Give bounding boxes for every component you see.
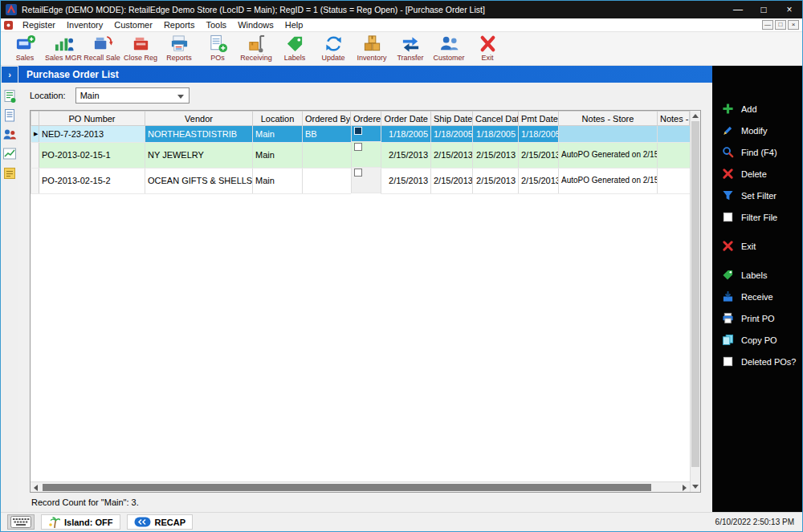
col-pmt-date[interactable]: Pmt Date [519,112,559,126]
document-shortcut-icon[interactable] [2,108,17,123]
col-ordered[interactable]: Ordered [351,112,381,126]
table-row[interactable]: PO-2013-02-15-2 OCEAN GIFTS & SHELLS Mai… [31,168,690,193]
toolbar-pos[interactable]: POs [198,32,237,62]
toolbar-close-reg[interactable]: Close Reg [121,32,160,62]
toolbar-reports[interactable]: Reports [160,32,198,62]
cell-notes-vendor [658,142,690,168]
cell-pmt-date: 2/15/2013 [519,142,559,168]
menu-help[interactable]: Help [279,18,309,32]
toolbar-customer[interactable]: Customer [430,32,468,62]
recap-button[interactable]: RECAP [127,514,194,530]
cell-notes-store [559,126,658,143]
vertical-scrollbar[interactable] [690,111,700,492]
mdi-minimize-button[interactable]: — [762,20,773,30]
expand-panel-button[interactable]: › [2,67,18,83]
toolbar-recall-sale[interactable]: Recall Sale [83,32,121,62]
menu-register[interactable]: Register [17,18,61,32]
exit-button[interactable]: Exit [712,235,802,257]
cell-ordered-by [303,142,351,168]
vertical-scroll-thumb[interactable] [691,121,699,467]
receive-button[interactable]: Receive [712,286,802,307]
toolbar-sales[interactable]: Sales [6,32,44,62]
set-filter-button[interactable]: Set Filter [712,185,802,206]
close-button[interactable]: × [777,1,802,18]
reports-icon [169,34,190,54]
main-area: › Purchase Order List Location: Main [1,66,802,512]
scroll-left-arrow-icon[interactable] [34,485,38,491]
toolbar-receiving-label: Receiving [240,54,272,62]
island-toggle-button[interactable]: Island: OFF [41,514,120,530]
inventory-icon [361,34,383,54]
add-button[interactable]: Add [712,98,802,120]
col-notes-vendor[interactable]: Notes - Ve [658,112,690,126]
toolbar-exit-label: Exit [481,54,493,62]
location-dropdown[interactable]: Main [75,87,190,104]
mdi-restore-button[interactable]: □ [775,20,786,30]
ordered-checkbox[interactable] [354,127,362,135]
toolbar-labels[interactable]: Labels [275,32,314,62]
scroll-up-arrow-icon[interactable] [691,111,700,121]
mdi-close-button[interactable]: × [788,20,799,30]
palm-tree-icon [48,516,60,529]
update-icon [323,34,344,54]
filter-icon [722,189,734,201]
table-row[interactable]: PO-2013-02-15-1 NY JEWELRY Main 2/15/201… [31,142,690,168]
menu-windows[interactable]: Windows [232,18,279,32]
cell-ordered-by [303,168,351,193]
copy-po-button[interactable]: Copy PO [712,329,802,351]
app-window: RetailEdge (DEMO MODE): RetailEdge Demo … [0,0,803,532]
col-notes-store[interactable]: Notes - Store [559,112,658,126]
toolbar-update[interactable]: Update [314,32,353,62]
toolbar-transfer[interactable]: Transfer [391,32,430,62]
ordered-checkbox[interactable] [354,143,362,151]
cell-order-date: 1/18/2005 [381,126,431,143]
menu-customer[interactable]: Customer [108,18,158,32]
col-cancel-date[interactable]: Cancel Date [473,112,519,126]
notes-shortcut-icon[interactable] [2,166,17,181]
col-ordered-by[interactable]: Ordered By [303,112,351,126]
menu-tools[interactable]: Tools [200,18,232,32]
filter-file-button[interactable]: Filter File [712,206,802,228]
island-toggle-label: Island: OFF [64,518,113,527]
chart-shortcut-icon[interactable] [2,147,17,161]
delete-button[interactable]: Delete [712,163,802,185]
maximize-button[interactable]: □ [751,1,777,18]
menu-inventory[interactable]: Inventory [61,18,108,32]
horizontal-scroll-thumb[interactable] [43,484,651,491]
ordered-checkbox[interactable] [354,169,362,177]
po-table: PO Number Vendor Location Ordered By Ord… [31,111,690,194]
cell-vendor: NORTHEASTDISTRIB [145,126,253,143]
toolbar-reports-label: Reports [166,54,192,62]
print-icon [722,312,734,324]
toolbar-labels-label: Labels [284,54,306,62]
modify-button[interactable]: Modify [712,120,802,141]
col-vendor[interactable]: Vendor [145,112,253,126]
cell-vendor: NY JEWELRY [145,142,253,168]
find-button[interactable]: Find (F4) [712,141,802,163]
toolbar-receiving[interactable]: Receiving [237,32,275,62]
deleted-pos-button[interactable]: Deleted POs? [712,351,802,372]
child-window-icon[interactable] [4,21,13,30]
find-icon [722,146,734,158]
table-row[interactable]: ▶ NED-7-23-2013 NORTHEASTDISTRIB Main BB… [31,126,690,143]
col-po-number[interactable]: PO Number [39,112,145,126]
scroll-right-arrow-icon[interactable] [683,485,687,491]
horizontal-scrollbar[interactable] [31,481,690,492]
menu-reports[interactable]: Reports [158,18,201,32]
scroll-down-arrow-icon[interactable] [691,481,700,492]
keyboard-button[interactable] [7,514,35,530]
toolbar-sales-mgr[interactable]: Sales MGR [44,32,83,62]
receiving-icon [246,34,267,54]
left-shortcut-strip: › [1,66,18,512]
toolbar-inventory[interactable]: Inventory [353,32,391,62]
toolbar-exit[interactable]: Exit [468,32,507,62]
customers-shortcut-icon[interactable] [2,128,17,142]
col-location[interactable]: Location [253,112,303,126]
col-ship-date[interactable]: Ship Date [431,112,473,126]
col-order-date[interactable]: Order Date [381,112,431,126]
minimize-button[interactable]: — [725,1,751,18]
labels-button[interactable]: Labels [712,264,802,286]
print-po-button[interactable]: Print PO [712,307,802,329]
vertical-scroll-track[interactable] [691,121,700,481]
receipt-shortcut-icon[interactable] [2,89,17,104]
